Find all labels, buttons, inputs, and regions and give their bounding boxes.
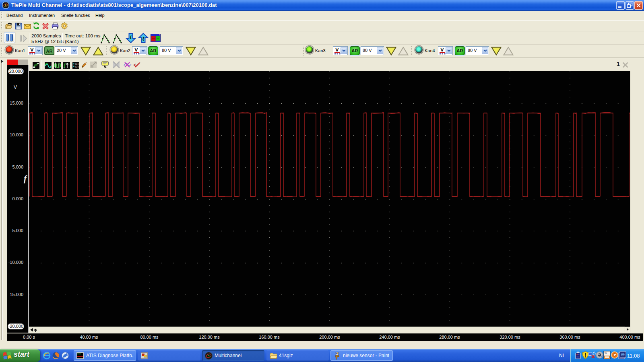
svg-text:t: t [130, 33, 132, 40]
svg-text:CH:: CH: [75, 66, 80, 68]
svg-text:CH:: CH: [75, 63, 80, 65]
svg-text:t: t [142, 35, 144, 42]
svg-text:W.: W. [605, 352, 607, 354]
